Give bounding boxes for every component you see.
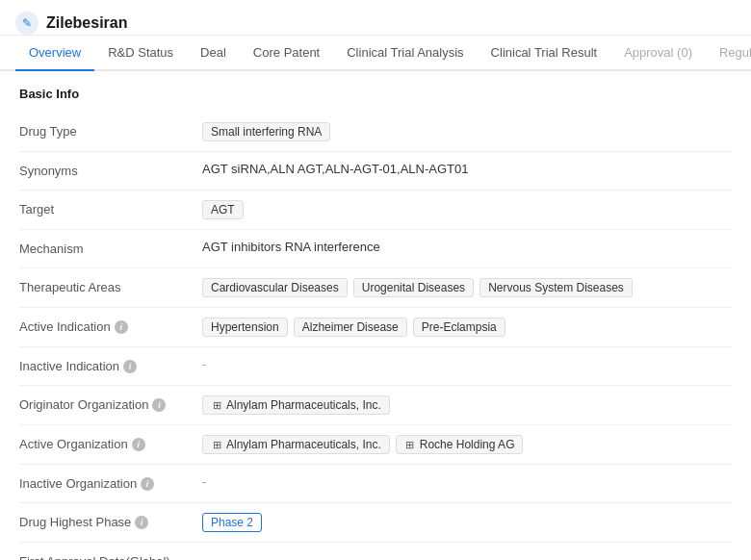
row-first-approval-date: First Approval Date(Global)- bbox=[19, 543, 732, 560]
org-tag-originator-org[interactable]: ⊞Alnylam Pharmaceuticals, Inc. bbox=[202, 395, 390, 415]
info-icon-active-org[interactable]: i bbox=[132, 438, 145, 451]
value-therapeutic-areas: Cardiovascular DiseasesUrogenital Diseas… bbox=[202, 278, 732, 297]
tab-approval: Approval (0) bbox=[610, 36, 706, 71]
label-therapeutic-areas: Therapeutic Areas bbox=[19, 278, 202, 294]
info-icon-drug-highest-phase[interactable]: i bbox=[135, 516, 148, 529]
org-icon: ⊞ bbox=[404, 439, 416, 450]
tab-overview[interactable]: Overview bbox=[15, 36, 94, 71]
org-name: Roche Holding AG bbox=[420, 438, 515, 451]
label-inactive-org: Inactive Organizationi bbox=[19, 474, 202, 491]
tag-therapeutic-areas[interactable]: Nervous System Diseases bbox=[479, 278, 633, 297]
header: ✎ Zilebesiran bbox=[0, 0, 751, 36]
row-drug-type: Drug TypeSmall interfering RNA bbox=[19, 113, 732, 152]
org-icon: ⊞ bbox=[211, 399, 222, 411]
nav-tabs: OverviewR&D StatusDealCore PatentClinica… bbox=[0, 36, 751, 71]
label-drug-type: Drug Type bbox=[19, 122, 202, 139]
tab-core-patent[interactable]: Core Patent bbox=[240, 36, 333, 71]
info-icon-inactive-indication[interactable]: i bbox=[123, 360, 137, 373]
info-icon-inactive-org[interactable]: i bbox=[141, 477, 154, 491]
org-icon: ⊞ bbox=[211, 439, 222, 450]
value-mechanism: AGT inhibitors RNA interference bbox=[202, 240, 732, 254]
label-active-indication: Active Indicationi bbox=[19, 318, 202, 334]
info-icon-originator-org[interactable]: i bbox=[152, 398, 166, 412]
dash-first-approval-date: - bbox=[202, 552, 206, 560]
value-drug-highest-phase: Phase 2 bbox=[202, 513, 732, 532]
tag-active-indication[interactable]: Alzheimer Disease bbox=[294, 318, 407, 337]
org-name: Alnylam Pharmaceuticals, Inc. bbox=[226, 438, 381, 451]
label-inactive-indication: Inactive Indicationi bbox=[19, 357, 202, 373]
tag-active-indication[interactable]: Pre-Eclampsia bbox=[413, 318, 505, 337]
tag-target[interactable]: AGT bbox=[202, 200, 244, 219]
value-drug-type: Small interfering RNA bbox=[202, 122, 732, 141]
tab-rd-status[interactable]: R&D Status bbox=[94, 36, 187, 71]
phase-tag[interactable]: Phase 2 bbox=[202, 513, 262, 532]
value-inactive-indication: - bbox=[202, 357, 732, 371]
row-synonyms: SynonymsAGT siRNA,ALN AGT,ALN-AGT-01,ALN… bbox=[19, 152, 732, 191]
org-name: Alnylam Pharmaceuticals, Inc. bbox=[226, 398, 381, 412]
row-active-indication: Active IndicationiHypertensionAlzheimer … bbox=[19, 308, 732, 347]
header-icon: ✎ bbox=[15, 12, 39, 35]
value-originator-org: ⊞Alnylam Pharmaceuticals, Inc. bbox=[202, 395, 732, 415]
dash-inactive-indication: - bbox=[202, 357, 206, 371]
text-mechanism: AGT inhibitors RNA interference bbox=[202, 240, 380, 254]
tag-therapeutic-areas[interactable]: Urogenital Diseases bbox=[353, 278, 474, 297]
label-mechanism: Mechanism bbox=[19, 240, 202, 256]
label-first-approval-date: First Approval Date(Global) bbox=[19, 552, 202, 560]
header-title: Zilebesiran bbox=[46, 14, 127, 32]
tab-regulation: Regulation (0) bbox=[706, 36, 751, 71]
tag-active-indication[interactable]: Hypertension bbox=[202, 318, 288, 337]
row-inactive-org: Inactive Organizationi- bbox=[19, 465, 732, 503]
value-active-indication: HypertensionAlzheimer DiseasePre-Eclamps… bbox=[202, 318, 732, 337]
row-therapeutic-areas: Therapeutic AreasCardiovascular Diseases… bbox=[19, 268, 732, 308]
label-drug-highest-phase: Drug Highest Phasei bbox=[19, 513, 202, 529]
tab-deal[interactable]: Deal bbox=[187, 36, 240, 71]
row-active-org: Active Organizationi⊞Alnylam Pharmaceuti… bbox=[19, 425, 732, 465]
org-tag-active-org[interactable]: ⊞Alnylam Pharmaceuticals, Inc. bbox=[202, 435, 390, 454]
row-target: TargetAGT bbox=[19, 191, 732, 230]
tab-clinical-trial-result[interactable]: Clinical Trial Result bbox=[478, 36, 611, 71]
tag-drug-type[interactable]: Small interfering RNA bbox=[202, 122, 330, 141]
row-mechanism: MechanismAGT inhibitors RNA interference bbox=[19, 230, 732, 268]
label-synonyms: Synonyms bbox=[19, 162, 202, 178]
row-originator-org: Originator Organizationi⊞Alnylam Pharmac… bbox=[19, 386, 732, 425]
value-target: AGT bbox=[202, 200, 732, 219]
section-title: Basic Info bbox=[19, 87, 732, 101]
info-table: Drug TypeSmall interfering RNASynonymsAG… bbox=[19, 113, 732, 560]
row-inactive-indication: Inactive Indicationi- bbox=[19, 347, 732, 386]
label-target: Target bbox=[19, 200, 202, 216]
text-synonyms: AGT siRNA,ALN AGT,ALN-AGT-01,ALN-AGT01 bbox=[202, 162, 468, 176]
value-inactive-org: - bbox=[202, 474, 732, 489]
org-tag-active-org[interactable]: ⊞Roche Holding AG bbox=[396, 435, 524, 454]
tag-therapeutic-areas[interactable]: Cardiovascular Diseases bbox=[202, 278, 348, 297]
value-active-org: ⊞Alnylam Pharmaceuticals, Inc.⊞Roche Hol… bbox=[202, 435, 732, 454]
value-synonyms: AGT siRNA,ALN AGT,ALN-AGT-01,ALN-AGT01 bbox=[202, 162, 732, 176]
label-originator-org: Originator Organizationi bbox=[19, 395, 202, 412]
label-active-org: Active Organizationi bbox=[19, 435, 202, 451]
dash-inactive-org: - bbox=[202, 474, 206, 489]
tab-clinical-trial-analysis[interactable]: Clinical Trial Analysis bbox=[333, 36, 477, 71]
value-first-approval-date: - bbox=[202, 552, 732, 560]
row-drug-highest-phase: Drug Highest PhaseiPhase 2 bbox=[19, 503, 732, 543]
info-icon-active-indication[interactable]: i bbox=[115, 320, 128, 334]
